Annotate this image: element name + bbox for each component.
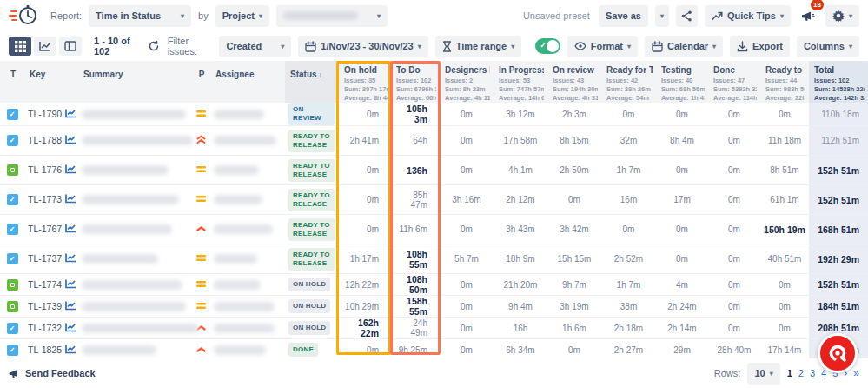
column-header-key: Key bbox=[24, 61, 78, 103]
save-as-dropdown-button[interactable]: ▾ bbox=[655, 5, 669, 27]
issue-key[interactable]: TL-1739 bbox=[28, 301, 62, 311]
grid-icon bbox=[15, 41, 26, 52]
column-average-stat: Average: 1h 43m bbox=[661, 94, 705, 103]
format-toggle[interactable]: ✓ bbox=[535, 38, 560, 54]
column-header-to-do[interactable]: To DoIssues: 102Sum: 6796h 31mAverage: 6… bbox=[391, 61, 440, 103]
issue-key[interactable]: TL-1790 bbox=[28, 109, 62, 119]
time-cell: 0m bbox=[656, 215, 708, 244]
filter-field-select[interactable]: Created ▾ bbox=[219, 36, 291, 57]
issue-chart-icon[interactable] bbox=[65, 279, 76, 291]
columns-button[interactable]: Columns ▾ bbox=[797, 36, 859, 57]
format-label: Format bbox=[591, 41, 623, 51]
column-header-testing[interactable]: TestingIssues: 40Sum: 68h 56mAverage: 1h… bbox=[656, 61, 708, 103]
save-as-button[interactable]: Save as bbox=[599, 5, 648, 27]
last-page-button[interactable]: » bbox=[853, 367, 859, 379]
view-board-button[interactable] bbox=[59, 37, 82, 56]
status-badge: READY TO RELEASE bbox=[288, 189, 335, 211]
column-header-in-progress[interactable]: In ProgressIssues: 53Sum: 747h 57mAverag… bbox=[494, 61, 547, 103]
issue-chart-icon[interactable] bbox=[65, 253, 76, 264]
refresh-button[interactable] bbox=[147, 36, 161, 57]
column-issues-stat: Issues: 102 bbox=[814, 77, 865, 85]
time-cell: 8h 4m bbox=[656, 126, 708, 156]
page-3-link[interactable]: 3 bbox=[810, 368, 815, 378]
issue-chart-icon[interactable] bbox=[65, 135, 76, 146]
column-header-total[interactable]: TotalIssues: 102Sum: 14538h 22mAverage: … bbox=[809, 61, 868, 103]
table-row: TL-1774ON HOLD12h 22m108h 50m0m21h 20m9h… bbox=[0, 274, 868, 296]
column-header-designers-review[interactable]: Designers ReviewIssues: 2Sum: 8h 23mAver… bbox=[440, 61, 494, 103]
column-header-done[interactable]: DoneIssues: 47Sum: 5392h 32mAverage: 114… bbox=[708, 61, 760, 103]
time-cell: 0m bbox=[656, 156, 708, 185]
time-cell: 61h 1m bbox=[760, 185, 809, 215]
chevron-down-icon: ▾ bbox=[660, 12, 664, 20]
share-button[interactable] bbox=[676, 5, 698, 27]
issue-key[interactable]: TL-1788 bbox=[28, 135, 62, 145]
column-header-status[interactable]: Status↓ bbox=[285, 61, 339, 103]
issue-chart-icon[interactable] bbox=[65, 164, 76, 176]
date-range-button[interactable]: 1/Nov/23 - 30/Nov/23 ▾ bbox=[298, 36, 427, 57]
issue-chart-icon[interactable] bbox=[65, 109, 76, 120]
time-cell: 0m bbox=[440, 215, 494, 244]
line-chart-icon bbox=[39, 41, 51, 51]
column-header-ready-for-testing[interactable]: Ready for TestingIssues: 42Sum: 38h 26mA… bbox=[601, 61, 656, 103]
export-button[interactable]: Export bbox=[730, 36, 790, 57]
settings-button[interactable]: ▾ bbox=[825, 5, 859, 27]
time-cell: 0m bbox=[547, 185, 601, 215]
issue-key[interactable]: TL-1774 bbox=[28, 279, 62, 290]
time-range-button[interactable]: Time range ▾ bbox=[435, 36, 522, 57]
format-button[interactable]: Format ▾ bbox=[567, 36, 638, 57]
time-cell: 0m bbox=[708, 103, 760, 126]
time-cell: 2h 50m bbox=[547, 156, 601, 185]
calendar-button[interactable]: Calendar ▾ bbox=[645, 36, 723, 57]
column-header-on-review[interactable]: On reviewIssues: 43Sum: 194h 30mAverage:… bbox=[547, 61, 601, 103]
time-cell: 0m bbox=[760, 318, 809, 339]
column-sum-stat: Sum: 5392h 32m bbox=[713, 85, 757, 94]
status-badge: DONE bbox=[288, 343, 318, 357]
issue-key[interactable]: TL-1732 bbox=[28, 323, 62, 333]
page-1-current[interactable]: 1 bbox=[787, 368, 792, 378]
group-by-select[interactable]: Project ▾ bbox=[215, 5, 269, 27]
issue-chart-icon[interactable] bbox=[65, 224, 76, 235]
issue-key[interactable]: TL-1767 bbox=[28, 224, 62, 234]
chevron-down-icon: ▾ bbox=[418, 43, 421, 50]
issue-key[interactable]: TL-1825 bbox=[28, 345, 62, 355]
issue-chart-icon[interactable] bbox=[65, 345, 76, 356]
quick-tips-button[interactable]: Quick Tips ▾ bbox=[705, 5, 791, 27]
status-badge: READY TO RELEASE bbox=[288, 159, 335, 182]
task-type-icon: ✓ bbox=[7, 109, 18, 120]
issue-chart-icon[interactable] bbox=[65, 301, 76, 312]
summary-blurred bbox=[82, 324, 199, 333]
column-average-stat: Average: 4h 31m bbox=[553, 94, 598, 103]
help-widget-button[interactable] bbox=[818, 333, 858, 373]
view-chart-button[interactable] bbox=[34, 37, 56, 56]
table-row: ✓TL-1773READY TO RELEASE0m85h 47m3h 16m2… bbox=[0, 185, 868, 215]
project-select[interactable]: ▾ bbox=[276, 5, 388, 27]
issue-key[interactable]: TL-1776 bbox=[28, 164, 62, 175]
summary-blurred bbox=[82, 345, 156, 355]
time-cell: 17h 58m bbox=[494, 126, 547, 156]
column-average-stat: Average: 8h 44m bbox=[344, 94, 388, 103]
app-logo-icon bbox=[9, 3, 40, 28]
issue-chart-icon[interactable] bbox=[65, 323, 76, 334]
report-type-select[interactable]: Time in Status ▾ bbox=[89, 5, 191, 27]
group-by-value: Project bbox=[222, 10, 255, 21]
check-icon: ✓ bbox=[540, 41, 547, 50]
view-table-button[interactable] bbox=[9, 37, 31, 56]
send-feedback-button[interactable]: Send Feedback bbox=[9, 368, 96, 379]
rows-per-page-select[interactable]: 10 ▾ bbox=[747, 363, 779, 385]
task-type-icon: ✓ bbox=[7, 224, 18, 235]
page-2-link[interactable]: 2 bbox=[798, 368, 804, 378]
rows-label: Rows: bbox=[714, 368, 741, 378]
total-cell: 110h 18m bbox=[809, 103, 868, 126]
toggle-knob bbox=[547, 40, 559, 52]
issue-key[interactable]: TL-1737 bbox=[28, 253, 62, 264]
top-bar: Report: Time in Status ▾ by Project ▾ ▾ … bbox=[0, 0, 868, 31]
issue-chart-icon[interactable] bbox=[65, 194, 76, 205]
issue-key[interactable]: TL-1773 bbox=[28, 194, 62, 204]
column-header-ready-to-release[interactable]: Ready to releaseIssues: 44Sum: 983h 56mA… bbox=[760, 61, 809, 103]
summary-blurred bbox=[82, 302, 186, 311]
total-cell: 168h 51m bbox=[809, 215, 868, 244]
column-header-on-hold[interactable]: On holdIssues: 35Sum: 307h 17mAverage: 8… bbox=[339, 61, 391, 103]
time-cell: 16h bbox=[494, 318, 547, 339]
column-issues-stat: Issues: 40 bbox=[661, 77, 705, 85]
notifications-button[interactable]: 18 bbox=[798, 5, 818, 27]
